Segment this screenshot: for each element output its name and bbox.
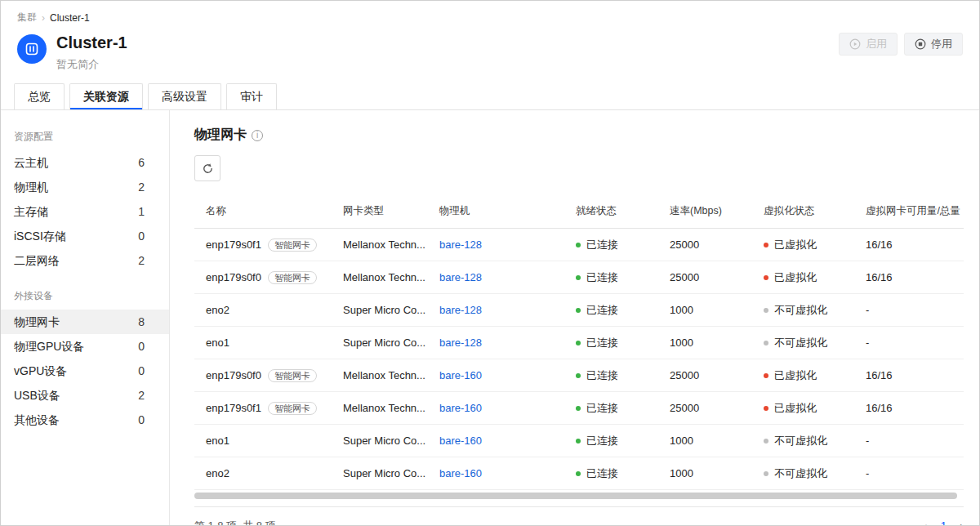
breadcrumb-clusters-link[interactable]: 集群 <box>17 11 37 25</box>
virt-status-label: 不可虚拟化 <box>774 337 827 349</box>
nic-speed: 1000 <box>658 294 752 327</box>
host-link[interactable]: bare-160 <box>439 402 482 414</box>
sidebar-item-count: 2 <box>138 388 145 403</box>
virt-status-dot <box>764 243 768 247</box>
nic-name-cell: enp179s0f0智能网卡 <box>194 261 332 294</box>
breadcrumb-current: Cluster-1 <box>50 12 90 24</box>
table-row[interactable]: eno2 Super Micro Co... bare-128 已连接 1000… <box>194 294 964 327</box>
tab-overview[interactable]: 总览 <box>14 83 65 109</box>
tab-related-resources[interactable]: 关联资源 <box>69 83 143 109</box>
nic-name: eno1 <box>206 337 229 349</box>
nic-name-cell: enp179s0f1智能网卡 <box>194 229 332 261</box>
sidebar-item-vgpu[interactable]: vGPU设备 0 <box>1 359 169 383</box>
host-link[interactable]: bare-160 <box>439 435 482 447</box>
nic-speed: 25000 <box>658 359 752 392</box>
ready-status-cell: 已连接 <box>564 457 658 490</box>
table-row[interactable]: enp179s0f1智能网卡 Mellanox Techn... bare-16… <box>194 392 964 425</box>
enable-button[interactable]: 启用 <box>839 33 898 56</box>
vnic-quota: 16/16 <box>854 261 964 294</box>
nic-speed: 25000 <box>658 261 752 294</box>
nic-name-cell: eno1 <box>194 425 332 457</box>
nic-speed: 25000 <box>658 229 752 261</box>
refresh-icon <box>202 163 214 175</box>
resource-sidebar: 资源配置 云主机 6 物理机 2 主存储 1 iSCSI存储 0 二层网络 2 … <box>1 110 170 526</box>
pagination-prev-icon[interactable]: ‹ <box>924 519 928 526</box>
ready-status-label: 已连接 <box>586 238 618 251</box>
pagination: ‹ 1 › <box>924 519 964 526</box>
virt-status-dot <box>764 439 768 444</box>
sidebar-item-usb[interactable]: USB设备 2 <box>1 383 169 408</box>
page-title: Cluster-1 <box>56 33 127 52</box>
host-link[interactable]: bare-160 <box>439 467 482 479</box>
nic-name: enp179s0f0 <box>206 369 261 381</box>
sidebar-item-vm[interactable]: 云主机 6 <box>1 150 169 175</box>
host-link[interactable]: bare-160 <box>439 369 482 381</box>
ready-status-cell: 已连接 <box>564 392 658 425</box>
pagination-page-1[interactable]: 1 <box>941 519 947 526</box>
sidebar-item-count: 6 <box>138 155 145 170</box>
sidebar-item-primary-storage[interactable]: 主存储 1 <box>1 199 169 224</box>
breadcrumb-separator-icon: › <box>42 12 45 24</box>
enable-button-label: 启用 <box>866 37 887 51</box>
tab-audit[interactable]: 审计 <box>226 83 277 109</box>
nic-type: Super Micro Co... <box>332 425 428 457</box>
ready-status-label: 已连接 <box>586 402 618 414</box>
sidebar-item-physical-nic[interactable]: 物理网卡 8 <box>1 310 169 334</box>
sidebar-item-iscsi-storage[interactable]: iSCSI存储 0 <box>1 224 169 248</box>
sidebar-item-count: 2 <box>138 180 145 194</box>
sidebar-item-other-devices[interactable]: 其他设备 0 <box>1 408 169 432</box>
table-row[interactable]: eno1 Super Micro Co... bare-128 已连接 1000… <box>194 327 964 359</box>
tab-advanced-settings[interactable]: 高级设置 <box>148 83 221 109</box>
nic-type: Super Micro Co... <box>332 327 428 359</box>
nic-name: enp179s0f0 <box>206 271 261 283</box>
nic-name-cell: eno2 <box>194 457 332 490</box>
nic-speed: 1000 <box>658 327 752 359</box>
sidebar-item-count: 0 <box>138 363 145 378</box>
virt-status-label: 已虚拟化 <box>774 402 817 414</box>
table-row[interactable]: eno1 Super Micro Co... bare-160 已连接 1000… <box>194 425 964 457</box>
vnic-quota: 16/16 <box>854 229 964 261</box>
smart-nic-badge: 智能网卡 <box>268 402 317 415</box>
ready-status-cell: 已连接 <box>564 229 658 261</box>
host-cell: bare-128 <box>428 229 564 261</box>
host-link[interactable]: bare-128 <box>439 271 482 283</box>
nic-name-cell: eno2 <box>194 294 332 327</box>
table-row[interactable]: enp179s0f1智能网卡 Mellanox Techn... bare-12… <box>194 229 964 261</box>
sidebar-item-host[interactable]: 物理机 2 <box>1 175 169 199</box>
disable-button[interactable]: 停用 <box>904 33 963 56</box>
sidebar-item-label: 其他设备 <box>14 412 60 427</box>
virt-status-dot <box>764 275 768 280</box>
col-header-ready-status: 就绪状态 <box>564 194 658 229</box>
page-header: Cluster-1 暂无简介 启用 停用 <box>1 25 979 72</box>
ready-status-dot <box>576 439 581 444</box>
table-row[interactable]: enp179s0f0智能网卡 Mellanox Techn... bare-12… <box>194 261 964 294</box>
table-row[interactable]: enp179s0f0智能网卡 Mellanox Techn... bare-16… <box>194 359 964 392</box>
main-title-row: 物理网卡 i <box>194 127 964 144</box>
col-header-vnic-quota: 虚拟网卡可用量/总量 <box>854 194 964 229</box>
virt-status-label: 不可虚拟化 <box>774 304 827 316</box>
ready-status-label: 已连接 <box>586 369 618 381</box>
nic-type: Mellanox Techn... <box>332 392 428 425</box>
refresh-button[interactable] <box>194 155 220 181</box>
col-header-speed: 速率(Mbps) <box>658 194 752 229</box>
vnic-quota: 16/16 <box>854 392 964 425</box>
virt-status-dot <box>764 373 768 378</box>
virt-status-cell: 不可虚拟化 <box>752 294 854 327</box>
nic-name-cell: enp179s0f1智能网卡 <box>194 392 332 425</box>
nic-type: Super Micro Co... <box>332 294 428 327</box>
host-cell: bare-128 <box>428 294 564 327</box>
vnic-quota: - <box>854 294 964 327</box>
sidebar-item-count: 0 <box>138 339 145 354</box>
virt-status-cell: 已虚拟化 <box>752 359 854 392</box>
host-link[interactable]: bare-128 <box>439 337 482 349</box>
sidebar-item-physical-gpu[interactable]: 物理GPU设备 0 <box>1 334 169 359</box>
info-icon[interactable]: i <box>252 130 263 141</box>
disable-button-label: 停用 <box>931 37 952 51</box>
host-link[interactable]: bare-128 <box>439 304 482 316</box>
table-row[interactable]: eno2 Super Micro Co... bare-160 已连接 1000… <box>194 457 964 490</box>
host-link[interactable]: bare-128 <box>439 238 482 251</box>
sidebar-item-count: 8 <box>138 314 145 329</box>
horizontal-scrollbar[interactable] <box>194 493 957 499</box>
pagination-next-icon[interactable]: › <box>960 519 964 526</box>
sidebar-item-l2-network[interactable]: 二层网络 2 <box>1 248 169 273</box>
